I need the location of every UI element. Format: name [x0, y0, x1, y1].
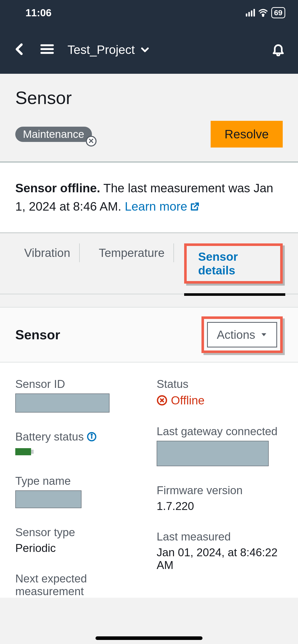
ios-status-bar: 11:06 69: [0, 0, 298, 25]
status-value: Offline: [157, 393, 283, 407]
notifications-bell-icon[interactable]: [271, 42, 285, 57]
back-button[interactable]: [13, 42, 27, 57]
sensor-id-label: Sensor ID: [15, 378, 141, 390]
highlight-box-actions: Actions: [201, 316, 283, 353]
svg-point-7: [91, 434, 92, 435]
tab-sensor-details[interactable]: Sensor details: [189, 247, 278, 280]
external-link-icon: [190, 201, 200, 212]
app-header: Test_Project: [0, 25, 298, 74]
status-time: 11:06: [25, 7, 51, 19]
chevron-down-icon: [140, 45, 150, 55]
resolve-button[interactable]: Resolve: [211, 121, 283, 148]
firmware-label: Firmware version: [157, 484, 283, 497]
remove-tag-icon[interactable]: ✕: [86, 136, 97, 147]
tab-temperature[interactable]: Temperature: [90, 243, 174, 262]
maintenance-tag: Maintenance ✕: [15, 127, 92, 142]
info-icon[interactable]: [87, 432, 97, 442]
battery-level-icon: [15, 447, 141, 457]
actions-dropdown[interactable]: Actions: [207, 322, 277, 347]
last-gateway-label: Last gateway connected: [157, 425, 283, 438]
next-expected-label: Next expected measurement: [15, 572, 141, 598]
project-name: Test_Project: [67, 43, 135, 57]
last-measured-value: Jan 01, 2024, at 8:46:22 AM: [157, 546, 283, 572]
details-left-column: Sensor ID Battery status Type name Senso…: [15, 378, 141, 598]
sensor-id-value-redacted: [15, 393, 110, 413]
last-gateway-value-redacted: [157, 441, 269, 466]
caret-down-icon: [260, 331, 267, 338]
title-area: Sensor Maintenance ✕ Resolve: [0, 74, 298, 159]
home-indicator: [96, 636, 202, 640]
type-name-value-redacted: [15, 490, 82, 508]
status-label: Status: [157, 378, 283, 390]
svg-rect-8: [15, 448, 31, 455]
type-name-label: Type name: [15, 475, 141, 487]
sensor-details-panel: Sensor ID Battery status Type name Senso…: [0, 362, 298, 598]
battery-indicator: 69: [271, 7, 285, 18]
sensor-type-label: Sensor type: [15, 526, 141, 539]
section-title: Sensor: [15, 327, 60, 342]
battery-status-label: Battery status: [15, 430, 141, 443]
details-right-column: Status Offline Last gateway connected Fi…: [157, 378, 283, 598]
wifi-icon: [258, 9, 268, 17]
page-title: Sensor: [15, 88, 283, 108]
hamburger-menu-icon[interactable]: [39, 41, 55, 58]
learn-more-link[interactable]: Learn more: [125, 197, 200, 216]
alert-heading: Sensor offline.: [15, 181, 100, 195]
status-indicators: 69: [246, 7, 285, 18]
project-picker[interactable]: Test_Project: [67, 43, 150, 57]
tab-bar: Vibration Temperature Sensor details: [0, 233, 298, 294]
sensor-section-header: Sensor Actions: [0, 307, 298, 362]
sensor-type-value: Periodic: [15, 542, 141, 554]
highlight-box-tab: Sensor details: [184, 243, 283, 284]
offline-alert-banner: Sensor offline. The last measurement was…: [0, 162, 298, 233]
tab-vibration[interactable]: Vibration: [15, 243, 80, 262]
cellular-signal-icon: [246, 9, 255, 17]
firmware-value: 1.7.220: [157, 500, 283, 513]
error-circle-icon: [157, 395, 167, 406]
svg-rect-9: [31, 450, 34, 454]
svg-point-0: [262, 15, 264, 16]
last-measured-label: Last measured: [157, 530, 283, 543]
svg-marker-4: [262, 333, 266, 336]
